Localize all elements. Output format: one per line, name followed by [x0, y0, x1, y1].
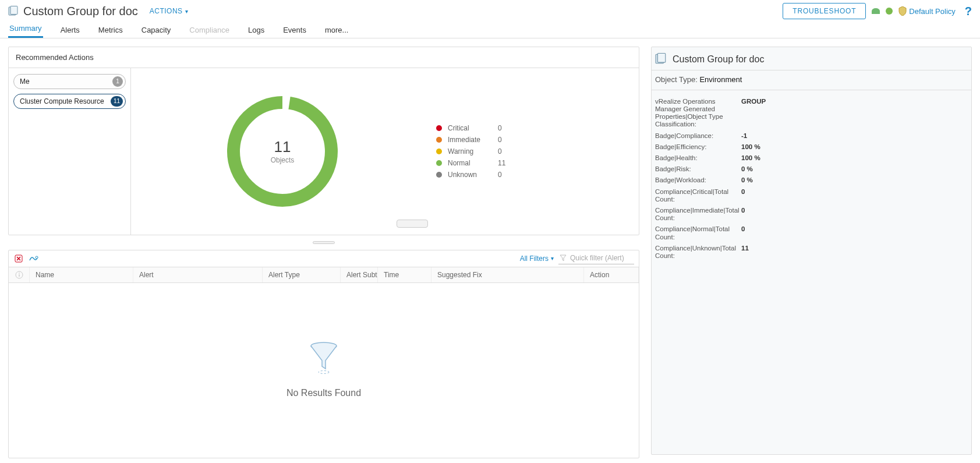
- donut-sublabel: Objects: [271, 156, 295, 164]
- side-title: Custom Group for doc: [673, 54, 764, 65]
- col-time[interactable]: Time: [378, 267, 431, 282]
- dot-icon: [436, 137, 442, 143]
- alerts-panel: All Filters ▾ Name Alert Alert Type A: [8, 250, 639, 458]
- alerts-table-header: Name Alert Alert Type Alert Subt... Time…: [9, 267, 639, 283]
- default-policy-link[interactable]: Default Policy: [898, 6, 955, 16]
- pill-label: Me: [20, 77, 30, 86]
- panel-splitter[interactable]: [8, 241, 639, 244]
- recommended-actions-heading: Recommended Actions: [9, 47, 639, 68]
- prop-row: Badge|Compliance:-1: [655, 130, 968, 142]
- pill-me[interactable]: Me 1: [13, 74, 126, 89]
- all-filters-label: All Filters: [520, 255, 549, 263]
- tab-bar: Summary Alerts Metrics Capacity Complian…: [0, 21, 980, 38]
- recommended-filter-pills: Me 1 Cluster Compute Resource 11: [9, 68, 131, 235]
- actions-dropdown[interactable]: ACTIONS ▾: [150, 7, 188, 15]
- object-detail-panel: Custom Group for doc Object Type: Enviro…: [651, 47, 972, 455]
- pill-cluster-compute-resource[interactable]: Cluster Compute Resource 11: [13, 94, 126, 109]
- col-alert[interactable]: Alert: [133, 267, 263, 282]
- filter-icon: [560, 255, 567, 261]
- col-name[interactable]: Name: [30, 267, 133, 282]
- legend-warning: Warning 0: [436, 147, 639, 155]
- recommended-actions-panel: Recommended Actions Me 1 Cluster Compute…: [8, 47, 639, 235]
- donut-chart: 11 Objects: [131, 68, 434, 235]
- status-legend: Critical 0 Immediate 0 Warning 0: [434, 68, 639, 235]
- svg-rect-6: [19, 274, 19, 277]
- quick-filter-field[interactable]: [558, 253, 634, 264]
- prop-row: Compliance|Critical|Total Count:0: [655, 186, 968, 205]
- legend-critical: Critical 0: [436, 124, 639, 132]
- policy-icon: [898, 6, 907, 16]
- tab-events[interactable]: Events: [282, 26, 307, 38]
- info-icon: [15, 271, 23, 279]
- chevron-down-icon: ▾: [185, 8, 189, 15]
- tab-more[interactable]: more...: [324, 26, 349, 38]
- pill-count: 11: [111, 96, 123, 107]
- svg-point-9: [319, 371, 329, 374]
- prop-row: Compliance|Normal|Total Count:0: [655, 224, 968, 242]
- legend-normal: Normal 11: [436, 159, 639, 167]
- svg-rect-1: [10, 6, 17, 15]
- svg-rect-7: [19, 273, 19, 274]
- svg-rect-11: [657, 53, 665, 62]
- dot-icon: [436, 172, 442, 178]
- prop-row: Compliance|Unknown|Total Count:11: [655, 243, 968, 261]
- help-icon[interactable]: ?: [965, 5, 972, 18]
- object-properties: vRealize Operations Manager Generated Pr…: [652, 90, 971, 268]
- donut-count: 11: [274, 138, 291, 156]
- status-badge-first: [872, 8, 880, 14]
- status-badge-second: [886, 8, 893, 15]
- alerts-empty-state: No Results Found: [9, 283, 639, 458]
- svg-point-4: [36, 256, 38, 259]
- prop-row: vRealize Operations Manager Generated Pr…: [655, 96, 968, 130]
- policy-label: Default Policy: [909, 7, 955, 16]
- col-action[interactable]: Action: [584, 267, 639, 282]
- quick-filter-input[interactable]: [569, 253, 633, 263]
- troubleshoot-button[interactable]: TROUBLESHOOT: [783, 3, 866, 19]
- pill-count: 1: [112, 76, 123, 87]
- resize-handle[interactable]: [397, 220, 428, 228]
- tab-alerts[interactable]: Alerts: [59, 26, 81, 38]
- group-icon: [8, 6, 19, 16]
- dot-icon: [436, 160, 442, 166]
- col-suggested-fix[interactable]: Suggested Fix: [431, 267, 584, 282]
- prop-row: Badge|Risk:0 %: [655, 164, 968, 175]
- pill-label: Cluster Compute Resource: [20, 97, 104, 105]
- prop-row: Badge|Workload:0 %: [655, 175, 968, 186]
- tab-summary[interactable]: Summary: [8, 24, 43, 38]
- legend-immediate: Immediate 0: [436, 136, 639, 144]
- dot-icon: [436, 125, 442, 131]
- cancel-alert-icon[interactable]: [13, 253, 24, 264]
- tab-logs[interactable]: Logs: [247, 26, 266, 38]
- col-status-icon[interactable]: [9, 267, 30, 282]
- prop-row: Compliance|Immediate|Total Count:0: [655, 205, 968, 224]
- prop-row: Badge|Health:100 %: [655, 153, 968, 164]
- dot-icon: [436, 149, 442, 154]
- tab-capacity[interactable]: Capacity: [140, 26, 172, 38]
- suppress-alert-icon[interactable]: [29, 253, 39, 264]
- group-icon: [655, 53, 667, 66]
- prop-row: Badge|Efficiency:100 %: [655, 142, 968, 153]
- empty-label: No Results Found: [286, 388, 361, 398]
- funnel-icon: [308, 342, 339, 377]
- legend-unknown: Unknown 0: [436, 171, 639, 179]
- actions-label: ACTIONS: [150, 7, 183, 15]
- page-title: Custom Group for doc: [23, 5, 138, 18]
- col-alert-type[interactable]: Alert Type: [263, 267, 341, 282]
- col-alert-subtype[interactable]: Alert Subt...: [341, 267, 378, 282]
- tab-metrics[interactable]: Metrics: [97, 26, 124, 38]
- object-type-label: Object Type:: [655, 75, 698, 84]
- all-filters-dropdown[interactable]: All Filters ▾: [520, 255, 554, 263]
- object-type-value: Environment: [699, 75, 742, 84]
- tab-compliance: Compliance: [188, 26, 231, 38]
- chevron-down-icon: ▾: [551, 255, 554, 261]
